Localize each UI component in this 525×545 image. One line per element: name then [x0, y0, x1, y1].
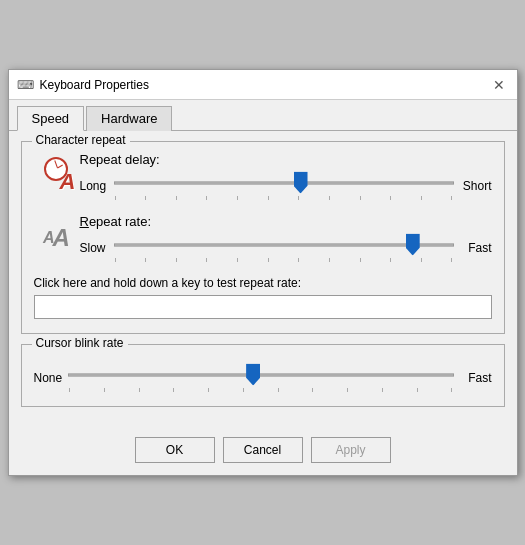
tab-bar: Speed Hardware — [9, 100, 517, 131]
cursor-blink-group: Cursor blink rate None — [21, 344, 505, 407]
cursor-blink-label: Cursor blink rate — [32, 336, 128, 350]
repeat-delay-slider-container: Long — [80, 171, 492, 200]
repeat-delay-slider[interactable] — [114, 171, 454, 195]
repeat-rate-track — [114, 233, 454, 262]
cursor-blink-track-bg — [68, 374, 453, 377]
repeat-delay-track — [114, 171, 454, 200]
cursor-blink-left-label: None — [34, 371, 63, 385]
cursor-blink-track — [68, 363, 453, 392]
repeat-delay-label: Repeat delay: — [80, 152, 492, 167]
repeat-delay-row: A Repeat delay: Long — [34, 152, 492, 200]
repeat-rate-slider-container: Slow — [80, 233, 492, 262]
repeat-rate-right-label: Fast — [460, 241, 492, 255]
close-button[interactable]: ✕ — [489, 78, 509, 92]
repeat-delay-control: Repeat delay: Long — [80, 152, 492, 200]
keyboard-properties-window: ⌨ Keyboard Properties ✕ Speed Hardware C… — [8, 69, 518, 476]
repeat-rate-left-label: Slow — [80, 241, 108, 255]
cursor-blink-slider-container: None — [34, 363, 492, 392]
repeat-delay-ticks — [114, 196, 454, 200]
repeat-rate-row: A A Repeat rate: Slow — [34, 214, 492, 262]
test-box-section: Click here and hold down a key to test r… — [34, 276, 492, 319]
tab-speed[interactable]: Speed — [17, 106, 85, 131]
window-title: Keyboard Properties — [40, 78, 149, 92]
title-bar-left: ⌨ Keyboard Properties — [17, 78, 149, 92]
repeat-rate-icon: A A — [38, 224, 76, 252]
test-label: Click here and hold down a key to test r… — [34, 276, 492, 290]
repeat-rate-control: Repeat rate: Slow — [80, 214, 492, 262]
repeat-rate-ticks — [114, 258, 454, 262]
tab-hardware[interactable]: Hardware — [86, 106, 172, 131]
title-bar: ⌨ Keyboard Properties ✕ — [9, 70, 517, 100]
repeat-rate-slider[interactable] — [114, 233, 454, 257]
cursor-blink-thumb[interactable] — [246, 364, 260, 386]
character-repeat-label: Character repeat — [32, 133, 130, 147]
rate-icon-wrapper: A A — [34, 224, 80, 252]
keyboard-icon: ⌨ — [17, 78, 34, 92]
cancel-button[interactable]: Cancel — [223, 437, 303, 463]
tab-content: Character repeat A — [9, 131, 517, 429]
test-input[interactable] — [34, 295, 492, 319]
repeat-rate-thumb[interactable] — [406, 234, 420, 256]
delay-icon-wrapper: A — [34, 157, 80, 195]
cursor-blink-right-label: Fast — [460, 371, 492, 385]
repeat-delay-left-label: Long — [80, 179, 108, 193]
apply-button[interactable]: Apply — [311, 437, 391, 463]
cursor-blink-slider[interactable] — [68, 363, 453, 387]
ok-button[interactable]: OK — [135, 437, 215, 463]
delay-a-letter: A — [60, 169, 76, 195]
cursor-blink-ticks — [68, 388, 453, 392]
repeat-delay-right-label: Short — [460, 179, 492, 193]
repeat-rate-track-bg — [114, 244, 454, 247]
character-repeat-group: Character repeat A — [21, 141, 505, 334]
repeat-delay-thumb[interactable] — [294, 172, 308, 194]
repeat-delay-track-bg — [114, 182, 454, 185]
repeat-rate-label: Repeat rate: — [80, 214, 492, 229]
button-bar: OK Cancel Apply — [9, 429, 517, 475]
